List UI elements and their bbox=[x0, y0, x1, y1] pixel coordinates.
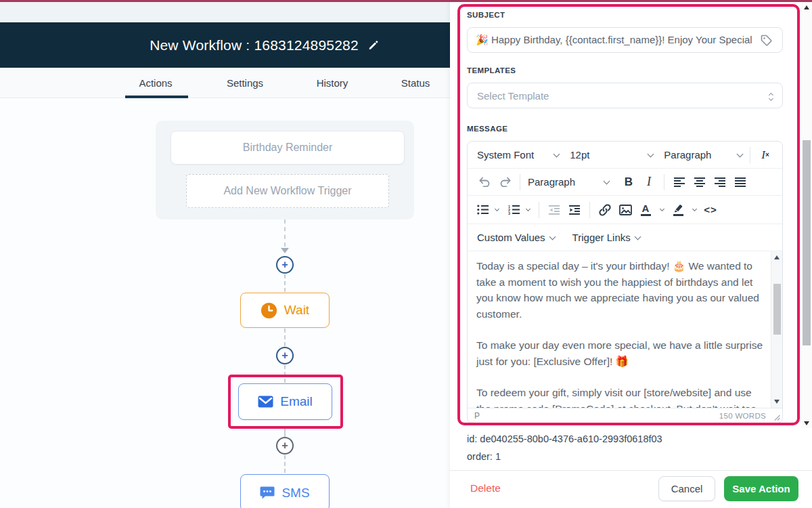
bullet-list-button[interactable] bbox=[474, 200, 491, 220]
message-editable-text[interactable]: Today is a special day – it's your birth… bbox=[468, 251, 771, 408]
insert-link-button[interactable] bbox=[595, 200, 615, 220]
clear-formatting-button[interactable]: I× bbox=[755, 145, 775, 165]
action-order-text: order: 1 bbox=[467, 451, 501, 462]
save-action-button[interactable]: Save Action bbox=[724, 476, 798, 501]
scroll-up-icon bbox=[774, 255, 780, 259]
numbered-list-button[interactable]: 123 bbox=[505, 200, 522, 220]
pencil-icon bbox=[368, 40, 378, 50]
toolbar-row-1: System Font 12pt Paragraph I× bbox=[468, 142, 782, 169]
redo-icon bbox=[499, 177, 511, 187]
workflow-builder-app: New Workflow : 1683124895282 Actions Set… bbox=[0, 0, 812, 508]
message-scrollbar[interactable] bbox=[771, 251, 782, 408]
workflow-header: New Workflow : 1683124895282 bbox=[0, 22, 450, 68]
edit-title-button[interactable] bbox=[368, 40, 378, 50]
connector-arrow-icon bbox=[281, 248, 289, 253]
chevron-down-icon bbox=[525, 206, 530, 211]
panel-scrollbar[interactable] bbox=[801, 0, 812, 428]
message-paragraph: To make your day even more special, we h… bbox=[476, 337, 767, 369]
align-justify-icon bbox=[735, 177, 746, 187]
highlight-color-button[interactable] bbox=[668, 200, 688, 220]
message-paragraph: Today is a special day – it's your birth… bbox=[476, 258, 767, 322]
trigger-links-dropdown[interactable]: Trigger Links bbox=[572, 232, 640, 243]
undo-button[interactable] bbox=[474, 172, 495, 192]
toolbar-separator bbox=[664, 174, 664, 190]
connector-line bbox=[284, 274, 286, 292]
left-top-strip bbox=[0, 2, 450, 22]
toolbar-separator bbox=[750, 147, 750, 163]
font-size-select[interactable]: 12pt bbox=[567, 149, 656, 161]
outdent-button[interactable] bbox=[544, 200, 564, 220]
subject-label: SUBJECT bbox=[467, 11, 505, 19]
subject-input[interactable] bbox=[467, 27, 783, 53]
align-right-button[interactable] bbox=[710, 172, 730, 192]
custom-values-dropdown[interactable]: Custom Values bbox=[477, 232, 555, 243]
bullet-list-options-button[interactable] bbox=[491, 200, 503, 220]
source-code-button[interactable]: <> bbox=[700, 200, 721, 220]
envelope-icon bbox=[258, 396, 273, 408]
chevron-down-icon bbox=[494, 206, 499, 211]
custom-values-tag-icon[interactable] bbox=[760, 34, 773, 47]
align-center-icon bbox=[694, 177, 706, 187]
connector-line bbox=[284, 329, 286, 346]
text-color-options-button[interactable] bbox=[656, 200, 668, 220]
action-settings-panel: SUBJECT TEMPLATES Select Template MESSAG… bbox=[450, 0, 812, 508]
add-step-button-1[interactable]: + bbox=[276, 256, 294, 274]
bold-button[interactable]: B bbox=[618, 172, 639, 192]
svg-text:3: 3 bbox=[508, 211, 510, 215]
template-select-placeholder: Select Template bbox=[477, 90, 549, 102]
redo-button[interactable] bbox=[495, 172, 515, 192]
numbered-list-options-button[interactable] bbox=[522, 200, 534, 220]
italic-button[interactable]: I bbox=[639, 172, 659, 192]
element-path: P bbox=[474, 411, 480, 421]
insert-image-button[interactable] bbox=[615, 200, 635, 220]
scrollbar-thumb bbox=[773, 284, 781, 335]
delete-button[interactable]: Delete bbox=[470, 482, 501, 494]
connector-line bbox=[284, 219, 286, 247]
chevron-down-icon bbox=[659, 206, 664, 211]
scrollbar-thumb bbox=[803, 140, 811, 345]
chevron-down-icon bbox=[648, 150, 654, 157]
chevron-down-icon bbox=[692, 206, 696, 211]
add-new-workflow-trigger-button[interactable]: Add New Workflow Trigger bbox=[186, 174, 389, 208]
indent-button[interactable] bbox=[564, 200, 585, 220]
align-justify-button[interactable] bbox=[730, 172, 750, 192]
toolbar-separator bbox=[520, 174, 520, 190]
clock-icon bbox=[261, 302, 277, 319]
tab-actions[interactable]: Actions bbox=[139, 68, 172, 98]
font-family-select[interactable]: System Font bbox=[474, 149, 562, 161]
workflow-canvas-column: New Workflow : 1683124895282 Actions Set… bbox=[0, 0, 450, 508]
text-color-button[interactable]: A bbox=[635, 200, 656, 220]
email-node[interactable]: Email bbox=[238, 383, 332, 420]
message-label: MESSAGE bbox=[467, 125, 508, 133]
toolbar-row-3: 123 A bbox=[468, 196, 782, 224]
templates-label: TEMPLATES bbox=[467, 66, 516, 75]
align-center-button[interactable] bbox=[690, 172, 710, 192]
connector-line bbox=[284, 429, 286, 437]
tab-history[interactable]: History bbox=[317, 68, 348, 98]
connector-line bbox=[284, 455, 286, 473]
toolbar-row-2: Paragraph B I bbox=[468, 169, 782, 196]
tab-bar: Actions Settings History Status bbox=[0, 68, 450, 98]
add-step-button-2[interactable]: + bbox=[276, 347, 294, 364]
message-paragraph: To redeem your gift, simply visit our [s… bbox=[476, 385, 767, 408]
paragraph-format-select[interactable]: Paragraph bbox=[525, 176, 612, 188]
image-icon bbox=[619, 205, 632, 215]
format-select[interactable]: Paragraph bbox=[661, 149, 745, 161]
cancel-button[interactable]: Cancel bbox=[658, 476, 715, 501]
highlight-options-button[interactable] bbox=[688, 200, 700, 220]
sms-node[interactable]: SMS bbox=[240, 474, 330, 508]
wait-node[interactable]: Wait bbox=[240, 293, 330, 328]
workflow-canvas: Birthday Reminder Add New Workflow Trigg… bbox=[0, 98, 450, 508]
footer-divider bbox=[450, 470, 812, 471]
trigger-node-birthday-reminder[interactable]: Birthday Reminder bbox=[171, 131, 405, 165]
outdent-icon bbox=[549, 205, 560, 215]
add-step-button-3[interactable]: + bbox=[276, 437, 294, 454]
tab-status[interactable]: Status bbox=[401, 68, 430, 98]
align-left-button[interactable] bbox=[669, 172, 690, 192]
toolbar-row-4: Custom Values Trigger Links bbox=[468, 224, 782, 251]
tab-settings[interactable]: Settings bbox=[227, 68, 263, 98]
code-icon: <> bbox=[704, 204, 717, 215]
editor-status-bar: P 150 WORDS bbox=[468, 408, 782, 423]
resize-handle-icon[interactable] bbox=[774, 415, 780, 421]
template-select[interactable]: Select Template bbox=[467, 83, 783, 108]
